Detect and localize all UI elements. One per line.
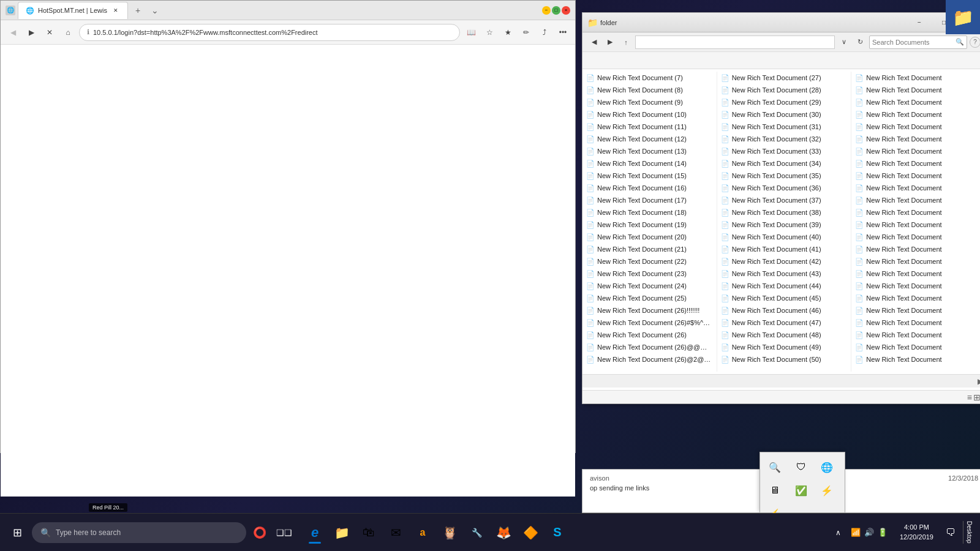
file-item[interactable]: 📄New Rich Text Document (26)@2@@@@ — [582, 353, 717, 365]
file-item[interactable]: 📄New Rich Text Document (45) — [717, 292, 851, 304]
taskbar-edge-button[interactable]: e — [303, 520, 327, 545]
file-item[interactable]: 📄New Rich Text Document (8) — [582, 84, 717, 96]
file-item[interactable]: 📄New Rich Text Document (37) — [717, 194, 851, 206]
tray-icon-shield[interactable]: 🛡 — [791, 457, 811, 477]
explorer-refresh-button[interactable]: ↻ — [853, 36, 867, 49]
file-item[interactable]: 📄New Rich Text Document (26)@@@@ — [582, 341, 717, 353]
explorer-search-bar[interactable]: 🔍 — [869, 36, 967, 49]
file-item[interactable]: 📄New Rich Text Document — [851, 182, 980, 194]
tray-icon-globe[interactable]: 🌐 — [817, 457, 837, 477]
taskbar-clock[interactable]: 4:00 PM 12/20/2019 — [895, 523, 938, 542]
file-item[interactable]: 📄New Rich Text Document (49) — [717, 341, 851, 353]
file-item[interactable]: 📄New Rich Text Document (26)!!!!!!! — [582, 304, 717, 317]
file-item[interactable]: 📄New Rich Text Document (39) — [717, 219, 851, 231]
file-item[interactable]: 📄New Rich Text Document — [851, 121, 980, 133]
file-item[interactable]: 📄New Rich Text Document — [851, 72, 980, 84]
taskbar-amazon-button[interactable]: a — [410, 520, 435, 545]
tray-expand-button[interactable]: ∧ — [833, 528, 843, 537]
file-item[interactable]: 📄New Rich Text Document (46) — [717, 304, 851, 317]
file-item[interactable]: 📄New Rich Text Document (24) — [582, 280, 717, 292]
file-item[interactable]: 📄New Rich Text Document — [851, 317, 980, 329]
tray-volume-icon[interactable]: 🔊 — [864, 528, 874, 537]
details-view-button[interactable]: ⊞ — [973, 392, 980, 402]
browser-minimize-button[interactable]: − — [542, 6, 551, 15]
file-item[interactable]: 📄New Rich Text Document — [851, 194, 980, 206]
file-item[interactable]: 📄New Rich Text Document (29) — [717, 96, 851, 108]
file-item[interactable]: 📄New Rich Text Document (48) — [717, 329, 851, 341]
favorites-button[interactable]: ☆ — [482, 25, 497, 40]
file-item[interactable]: 📄New Rich Text Document (12) — [582, 133, 717, 145]
hub-button[interactable]: ★ — [500, 25, 515, 40]
taskbar-search-bar[interactable]: 🔍 Type here to search — [32, 522, 246, 543]
scroll-right-button[interactable]: ▶ — [978, 377, 980, 386]
reading-view-button[interactable]: 📖 — [464, 25, 478, 40]
tray-icon-search[interactable]: 🔍 — [765, 457, 785, 477]
file-item[interactable]: 📄New Rich Text Document — [851, 145, 980, 157]
explorer-search-input[interactable] — [872, 39, 953, 46]
file-item[interactable]: 📄New Rich Text Document (19) — [582, 219, 717, 231]
taskbar-mail-button[interactable]: ✉ — [383, 520, 408, 545]
file-item[interactable]: 📄New Rich Text Document — [851, 133, 980, 145]
file-item[interactable]: 📄New Rich Text Document (11) — [582, 121, 717, 133]
file-item[interactable]: 📄New Rich Text Document (13) — [582, 145, 717, 157]
file-item[interactable]: 📄New Rich Text Document (43) — [717, 268, 851, 280]
file-item[interactable]: 📄New Rich Text Document (27) — [717, 72, 851, 84]
file-item[interactable]: 📄New Rich Text Document (47) — [717, 317, 851, 329]
file-item[interactable]: 📄New Rich Text Document — [851, 292, 980, 304]
taskbar-daemon-button[interactable]: 🔧 — [464, 520, 489, 545]
file-item[interactable]: 📄New Rich Text Document — [851, 268, 980, 280]
tray-network-icon[interactable]: 📶 — [851, 528, 861, 537]
file-item[interactable]: 📄New Rich Text Document — [851, 84, 980, 96]
taskbar-store-button[interactable]: 🛍 — [356, 520, 381, 545]
folder-corner-icon[interactable]: 📁 — [946, 0, 980, 34]
file-item[interactable]: 📄New Rich Text Document (36) — [717, 182, 851, 194]
cortana-button[interactable]: ⭕ — [249, 522, 271, 544]
show-desktop-button[interactable]: Desktop — [963, 521, 975, 544]
tab-close-button[interactable]: ✕ — [111, 6, 120, 15]
share-button[interactable]: ⤴ — [537, 25, 552, 40]
file-item[interactable]: 📄New Rich Text Document (21) — [582, 243, 717, 255]
file-item[interactable]: 📄New Rich Text Document (26)#$%^&&^%R^& — [582, 317, 717, 329]
file-item[interactable]: 📄New Rich Text Document (15) — [582, 170, 717, 182]
explorer-dropdown-button[interactable]: ∨ — [837, 36, 851, 49]
taskbar-firefox-button[interactable]: 🦊 — [491, 520, 516, 545]
file-item[interactable]: 📄New Rich Text Document — [851, 341, 980, 353]
tray-battery-icon[interactable]: 🔋 — [878, 528, 888, 537]
file-item[interactable]: 📄New Rich Text Document — [851, 280, 980, 292]
file-item[interactable]: 📄New Rich Text Document (14) — [582, 157, 717, 170]
explorer-path-bar[interactable] — [635, 36, 835, 49]
start-button[interactable]: ⊞ — [5, 520, 29, 545]
more-button[interactable]: ••• — [556, 25, 570, 40]
file-item[interactable]: 📄New Rich Text Document (22) — [582, 255, 717, 268]
tray-icon-check[interactable]: ✅ — [791, 481, 811, 500]
file-item[interactable]: 📄New Rich Text Document (38) — [717, 206, 851, 219]
taskbar-skype-button[interactable]: S — [545, 520, 570, 545]
browser-maximize-button[interactable]: □ — [552, 6, 560, 15]
file-item[interactable]: 📄New Rich Text Document (32) — [717, 133, 851, 145]
file-item[interactable]: 📄New Rich Text Document (41) — [717, 243, 851, 255]
task-view-button[interactable]: ❑❑ — [273, 522, 295, 544]
file-item[interactable]: 📄New Rich Text Document (50) — [717, 353, 851, 365]
file-item[interactable]: 📄New Rich Text Document — [851, 219, 980, 231]
explorer-minimize-button[interactable]: − — [907, 15, 932, 30]
action-center-button[interactable]: 🗨 — [941, 523, 960, 542]
file-item[interactable]: 📄New Rich Text Document — [851, 255, 980, 268]
home-button[interactable]: ⌂ — [61, 25, 75, 40]
file-item[interactable]: 📄New Rich Text Document (35) — [717, 170, 851, 182]
back-button[interactable]: ◀ — [6, 25, 20, 40]
file-item[interactable]: 📄New Rich Text Document (10) — [582, 108, 717, 121]
file-item[interactable]: 📄New Rich Text Document (44) — [717, 280, 851, 292]
file-item[interactable]: 📄New Rich Text Document (30) — [717, 108, 851, 121]
file-item[interactable]: 📄New Rich Text Document (34) — [717, 157, 851, 170]
file-item[interactable]: 📄New Rich Text Document — [851, 329, 980, 341]
file-item[interactable]: 📄New Rich Text Document (9) — [582, 96, 717, 108]
file-item[interactable]: 📄New Rich Text Document — [851, 243, 980, 255]
file-item[interactable]: 📄New Rich Text Document — [851, 206, 980, 219]
tab-list-button[interactable]: ⌄ — [148, 3, 162, 18]
file-item[interactable]: 📄New Rich Text Document (26) — [582, 329, 717, 341]
taskbar-tripadvisor-button[interactable]: 🦉 — [437, 520, 462, 545]
file-item[interactable]: 📄New Rich Text Document — [851, 304, 980, 317]
browser-close-button[interactable]: × — [562, 6, 570, 15]
file-item[interactable]: 📄New Rich Text Document (16) — [582, 182, 717, 194]
new-tab-button[interactable]: + — [130, 3, 145, 18]
